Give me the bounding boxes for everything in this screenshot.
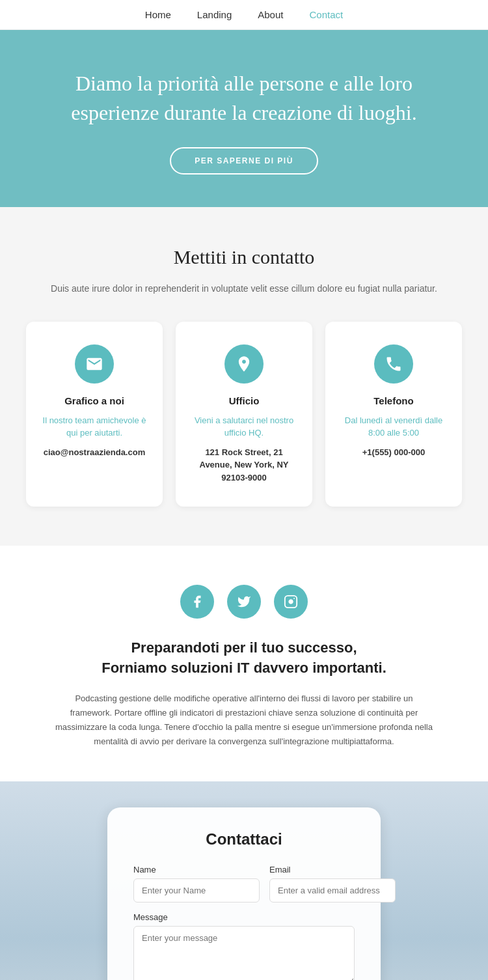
form-heading: Contattaci [133,830,355,848]
card-email-info: ciao@nostraazienda.com [42,446,146,459]
nav-home[interactable]: Home [145,9,171,20]
nav-about[interactable]: About [258,9,283,20]
card-email-title: Grafico a noi [42,395,146,406]
social-section: Preparandoti per il tuo successo,Forniam… [0,546,488,781]
social-icons-group [39,585,449,619]
hero-heading: Diamo la priorità alle persone e alle lo… [52,69,436,128]
hero-section: Diamo la priorità alle persone e alle lo… [0,30,488,207]
nav-landing[interactable]: Landing [197,9,232,20]
form-message-group: Message [133,912,355,980]
card-office-title: Ufficio [192,395,296,406]
card-phone-info: +1(555) 000-000 [342,446,446,459]
card-email-desc: Il nostro team amichevole è qui per aiut… [42,414,146,440]
message-input[interactable] [133,926,355,980]
social-body: Podcasting gestione delle modifiche oper… [55,692,433,749]
form-email-group: Email [269,865,396,903]
twitter-icon[interactable] [227,585,261,619]
card-email: Grafico a noi Il nostro team amichevole … [26,322,163,507]
phone-icon [374,344,413,384]
facebook-icon[interactable] [180,585,214,619]
name-input[interactable] [133,878,260,903]
message-label: Message [133,912,355,922]
email-input[interactable] [269,878,396,903]
navbar: Home Landing About Contact [0,0,488,30]
form-name-group: Name [133,865,260,903]
contact-cards: Grafico a noi Il nostro team amichevole … [26,322,462,507]
email-label: Email [269,865,396,875]
contact-heading: Mettiti in contatto [26,246,462,268]
card-office-info: 121 Rock Street, 21 Avenue, New York, NY… [192,446,296,484]
card-phone: Telefono Dal lunedì al venerdì dalle 8:0… [325,322,462,507]
contact-subtitle: Duis aute irure dolor in reprehenderit i… [26,281,462,296]
instagram-icon[interactable] [274,585,308,619]
contact-form-card: Contattaci Name Email Message Gallery [107,807,381,980]
hero-button[interactable]: PER SAPERNE DI PIÙ [170,147,318,175]
email-icon [75,344,114,384]
nav-contact[interactable]: Contact [309,9,343,20]
contact-section: Mettiti in contatto Duis aute irure dolo… [0,207,488,546]
card-office: Ufficio Vieni a salutarci nel nostro uff… [176,322,312,507]
card-office-desc: Vieni a salutarci nel nostro ufficio HQ. [192,414,296,440]
card-phone-title: Telefono [342,395,446,406]
form-name-email-row: Name Email [133,865,355,903]
location-icon [224,344,264,384]
social-heading: Preparandoti per il tuo successo,Forniam… [39,638,449,679]
name-label: Name [133,865,260,875]
form-section: Contattaci Name Email Message Gallery [0,781,488,980]
card-phone-desc: Dal lunedì al venerdì dalle 8:00 alle 5:… [342,414,446,440]
